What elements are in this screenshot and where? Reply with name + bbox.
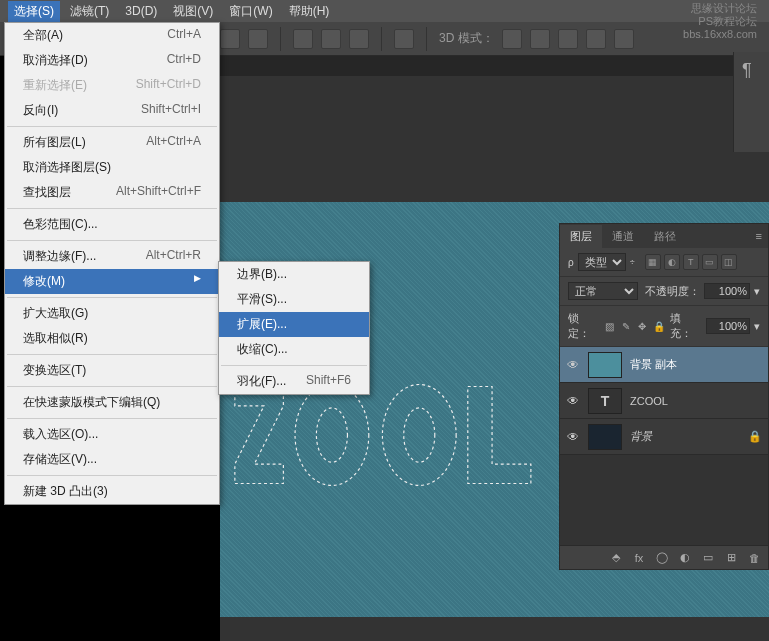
watermark: 思缘设计论坛 PS教程论坛 bbs.16xx8.com	[683, 2, 757, 41]
menu-find-layers[interactable]: 查找图层Alt+Shift+Ctrl+F	[5, 180, 219, 205]
submenu-contract[interactable]: 收缩(C)...	[219, 337, 369, 362]
panel-menu-icon[interactable]: ≡	[750, 230, 768, 242]
3d-tool-icon[interactable]	[530, 29, 550, 49]
paragraph-icon[interactable]: ¶	[734, 52, 769, 89]
layer-fx-icon[interactable]: fx	[631, 550, 647, 566]
submenu-border[interactable]: 边界(B)...	[219, 262, 369, 287]
lock-transparency-icon[interactable]: ▨	[603, 319, 616, 333]
3d-tool-icon[interactable]	[614, 29, 634, 49]
lock-all-icon[interactable]: 🔒	[652, 319, 665, 333]
layer-filter-row: ρ 类型 ÷ ▦ ◐ T ▭ ◫	[560, 248, 768, 277]
visibility-eye-icon[interactable]: 👁	[566, 394, 580, 408]
layer-item[interactable]: 👁 背景 副本	[560, 347, 768, 383]
filter-pixel-icon[interactable]: ▦	[645, 254, 661, 270]
tab-channels[interactable]: 通道	[602, 225, 644, 248]
menu-reselect: 重新选择(E)Shift+Ctrl+D	[5, 73, 219, 98]
menu-select[interactable]: 选择(S)	[8, 1, 60, 22]
layer-footer: ⬘ fx ◯ ◐ ▭ ⊞ 🗑	[560, 545, 768, 569]
panel-tabs: 图层 通道 路径 ≡	[560, 224, 768, 248]
visibility-eye-icon[interactable]: 👁	[566, 430, 580, 444]
link-layers-icon[interactable]: ⬘	[608, 550, 624, 566]
3d-tool-icon[interactable]	[586, 29, 606, 49]
lock-icon: 🔒	[748, 430, 762, 443]
filter-text-icon[interactable]: T	[683, 254, 699, 270]
lock-fill-row: 锁定： ▨ ✎ ✥ 🔒 填充： 100% ▾	[560, 306, 768, 347]
menu-view[interactable]: 视图(V)	[167, 1, 219, 22]
menu-inverse[interactable]: 反向(I)Shift+Ctrl+I	[5, 98, 219, 123]
svg-point-2	[382, 385, 456, 486]
visibility-eye-icon[interactable]: 👁	[566, 358, 580, 372]
menu-deselect[interactable]: 取消选择(D)Ctrl+D	[5, 48, 219, 73]
layer-thumbnail-text[interactable]: T	[588, 388, 622, 414]
svg-point-1	[316, 408, 347, 462]
menu-all-layers[interactable]: 所有图层(L)Alt+Ctrl+A	[5, 130, 219, 155]
new-layer-icon[interactable]: ⊞	[723, 550, 739, 566]
layer-name[interactable]: 背景	[630, 429, 652, 444]
layer-empty-area	[560, 455, 768, 545]
layer-thumbnail[interactable]	[588, 424, 622, 450]
right-dock: ¶	[733, 52, 769, 152]
chevron-down-icon[interactable]: ▾	[754, 285, 760, 298]
lock-label: 锁定：	[568, 311, 600, 341]
layer-group-icon[interactable]: ▭	[700, 550, 716, 566]
menu-quickmask[interactable]: 在快速蒙版模式下编辑(Q)	[5, 390, 219, 415]
menu-new-3d-extrusion[interactable]: 新建 3D 凸出(3)	[5, 479, 219, 504]
3d-tool-icon[interactable]	[558, 29, 578, 49]
adjustment-layer-icon[interactable]: ◐	[677, 550, 693, 566]
menu-transform-selection[interactable]: 变换选区(T)	[5, 358, 219, 383]
menu-color-range[interactable]: 色彩范围(C)...	[5, 212, 219, 237]
menu-load-selection[interactable]: 载入选区(O)...	[5, 422, 219, 447]
tool-icon[interactable]	[248, 29, 268, 49]
3d-tool-icon[interactable]	[502, 29, 522, 49]
filter-shape-icon[interactable]: ▭	[702, 254, 718, 270]
tab-paths[interactable]: 路径	[644, 225, 686, 248]
3d-mode-label: 3D 模式：	[439, 30, 494, 47]
blend-opacity-row: 正常 不透明度： 100% ▾	[560, 277, 768, 306]
menu-save-selection[interactable]: 存储选区(V)...	[5, 447, 219, 472]
layer-thumbnail[interactable]	[588, 352, 622, 378]
filter-type-select[interactable]: 类型	[578, 253, 626, 271]
menubar: 选择(S) 滤镜(T) 3D(D) 视图(V) 窗口(W) 帮助(H)	[0, 0, 769, 22]
menu-3d[interactable]: 3D(D)	[119, 2, 163, 20]
svg-point-0	[295, 385, 369, 486]
tool-icon[interactable]	[293, 29, 313, 49]
filter-smart-icon[interactable]: ◫	[721, 254, 737, 270]
chevron-down-icon[interactable]: ▾	[754, 320, 760, 333]
filter-adjust-icon[interactable]: ◐	[664, 254, 680, 270]
lock-pixels-icon[interactable]: ✎	[619, 319, 632, 333]
modify-submenu: 边界(B)... 平滑(S)... 扩展(E)... 收缩(C)... 羽化(F…	[218, 261, 370, 395]
layer-list: 👁 背景 副本 👁 T ZCOOL 👁 背景 🔒	[560, 347, 768, 545]
tool-icon[interactable]	[321, 29, 341, 49]
layer-mask-icon[interactable]: ◯	[654, 550, 670, 566]
menu-filter[interactable]: 滤镜(T)	[64, 1, 115, 22]
tool-icon[interactable]	[394, 29, 414, 49]
layer-name[interactable]: 背景 副本	[630, 357, 677, 372]
tab-layers[interactable]: 图层	[560, 225, 602, 248]
svg-point-3	[404, 408, 435, 462]
fill-value[interactable]: 100%	[706, 318, 750, 334]
menu-window[interactable]: 窗口(W)	[223, 1, 278, 22]
submenu-expand[interactable]: 扩展(E)...	[219, 312, 369, 337]
menu-all[interactable]: 全部(A)Ctrl+A	[5, 23, 219, 48]
menu-modify[interactable]: 修改(M)	[5, 269, 219, 294]
lock-position-icon[interactable]: ✥	[636, 319, 649, 333]
fill-label: 填充：	[670, 311, 701, 341]
layers-panel: 图层 通道 路径 ≡ ρ 类型 ÷ ▦ ◐ T ▭ ◫ 正常 不透明度： 100…	[559, 223, 769, 570]
select-menu-dropdown: 全部(A)Ctrl+A 取消选择(D)Ctrl+D 重新选择(E)Shift+C…	[4, 22, 220, 505]
blend-mode-select[interactable]: 正常	[568, 282, 638, 300]
menu-similar[interactable]: 选取相似(R)	[5, 326, 219, 351]
submenu-smooth[interactable]: 平滑(S)...	[219, 287, 369, 312]
layer-item[interactable]: 👁 T ZCOOL	[560, 383, 768, 419]
menu-grow[interactable]: 扩大选取(G)	[5, 301, 219, 326]
delete-layer-icon[interactable]: 🗑	[746, 550, 762, 566]
menu-refine-edge[interactable]: 调整边缘(F)...Alt+Ctrl+R	[5, 244, 219, 269]
menu-help[interactable]: 帮助(H)	[283, 1, 336, 22]
layer-item[interactable]: 👁 背景 🔒	[560, 419, 768, 455]
tool-icon[interactable]	[220, 29, 240, 49]
opacity-value[interactable]: 100%	[704, 283, 750, 299]
menu-deselect-layers[interactable]: 取消选择图层(S)	[5, 155, 219, 180]
tool-icon[interactable]	[349, 29, 369, 49]
layer-name[interactable]: ZCOOL	[630, 395, 668, 407]
submenu-feather[interactable]: 羽化(F)...Shift+F6	[219, 369, 369, 394]
opacity-label: 不透明度：	[645, 284, 700, 299]
